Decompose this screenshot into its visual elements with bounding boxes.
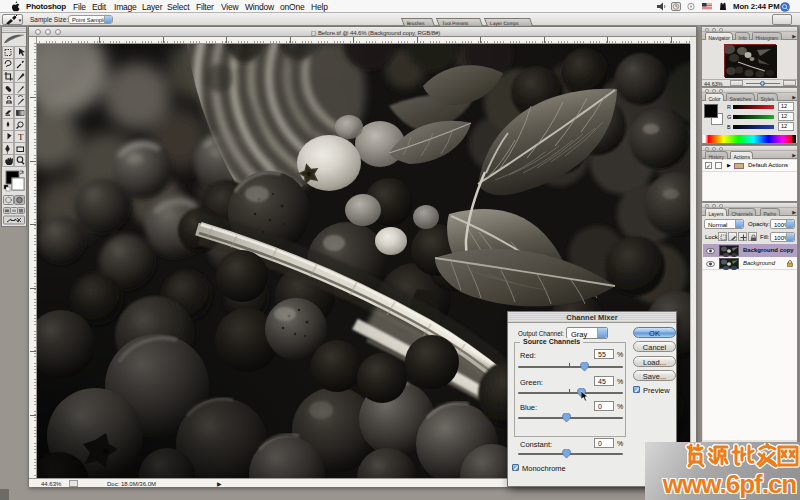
svg-text:T: T [18,132,24,142]
